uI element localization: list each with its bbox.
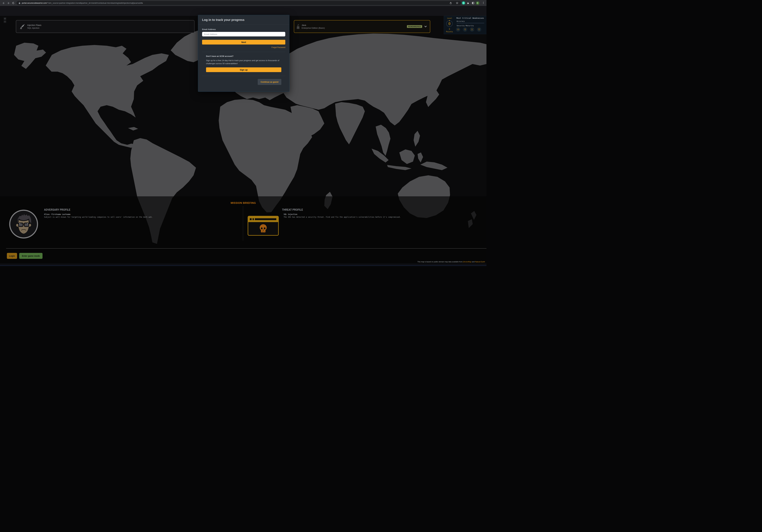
page-header-band xyxy=(0,6,487,16)
footer-strip-accent xyxy=(0,265,487,266)
level-ring: 0 xyxy=(446,20,453,27)
landmass-java xyxy=(387,165,412,170)
browser-menu-button[interactable] xyxy=(482,1,485,5)
level-value: 0 xyxy=(448,22,450,26)
adversary-avatar xyxy=(9,209,38,240)
maturity-badges xyxy=(456,27,481,32)
mission-briefing-title: MISSION BRIEFING xyxy=(0,201,487,204)
profile-avatar: C xyxy=(476,1,479,5)
category-title: Injection Flaws xyxy=(27,24,41,27)
threat-icon xyxy=(248,216,279,236)
trophy-icon xyxy=(477,27,481,32)
modal-title: Log in to track your progress xyxy=(198,15,289,25)
adversary-heading: ADVERSARY PROFILE xyxy=(44,208,70,211)
remembered-badge: REMEMBERED xyxy=(407,25,422,28)
level-label: Level xyxy=(447,17,452,19)
next-button[interactable]: Next xyxy=(202,40,285,44)
adversary-alias: Alias: Firstname Lastname xyxy=(44,213,70,215)
syringe-icon xyxy=(20,24,25,29)
star-icon xyxy=(456,2,458,4)
lightbulb-icon xyxy=(463,27,467,32)
browser-back-button[interactable] xyxy=(2,1,6,5)
points-value: 0 xyxy=(444,28,455,30)
map-attribution: This map is based on public domain map d… xyxy=(418,261,485,263)
grammarly-icon: G xyxy=(462,1,465,5)
enter-game-mode-button[interactable]: Enter game mode xyxy=(19,253,42,259)
points-label: Points xyxy=(444,31,455,33)
browser-profile-button[interactable]: C xyxy=(476,1,479,5)
landmass-north-america xyxy=(46,45,169,148)
browser-toolbar: portal.securecodewarrior.com/?utm_source… xyxy=(0,0,487,6)
category-panel[interactable]: Injection Flaws SQL injection xyxy=(16,20,194,33)
graduation-cap-icon xyxy=(456,27,460,32)
share-button[interactable] xyxy=(449,1,452,5)
landmass-alaska xyxy=(14,43,46,69)
sign-up-button[interactable]: Sign up xyxy=(206,67,281,72)
continue-as-guest-button[interactable]: Continue as guest xyxy=(258,79,281,85)
landmass-papua xyxy=(420,162,447,170)
map-zoom-out-button[interactable]: − xyxy=(4,21,6,23)
share-icon xyxy=(450,2,452,4)
footer-divider xyxy=(6,248,487,249)
browser-forward-button[interactable] xyxy=(6,1,10,5)
footer-strip xyxy=(0,264,487,265)
puzzle-icon xyxy=(467,2,469,4)
forgot-password-link[interactable]: Forgot Password xyxy=(202,46,285,48)
landmass-india xyxy=(335,102,365,144)
threat-heading: THREAT PROFILE xyxy=(282,208,303,211)
reload-icon xyxy=(12,2,15,4)
jvectormap-link[interactable]: jVectorMap xyxy=(463,261,471,263)
natural-earth-link[interactable]: Natural Earth xyxy=(475,261,485,263)
browser-reload-button[interactable] xyxy=(11,1,15,5)
category-subtitle: SQL injection xyxy=(27,27,41,30)
landmass-philippines xyxy=(414,131,420,147)
adversary-description: Subject is well-known for targeting worl… xyxy=(44,216,153,218)
tools-icon xyxy=(470,27,474,32)
login-modal: Log in to track your progress Email Addr… xyxy=(198,15,289,92)
url-host: portal.securecodewarrior.com xyxy=(22,2,47,4)
url-path: /?utm_source=partner-integration:mend&pa… xyxy=(47,2,143,4)
login-button[interactable]: Login xyxy=(7,253,17,259)
side-panel-button[interactable] xyxy=(471,1,475,5)
language-title: Java xyxy=(302,24,325,27)
threat-description: The IDS has detected a security threat. … xyxy=(284,216,401,218)
java-icon xyxy=(296,24,300,29)
language-subtitle: Enterprise Edition (Basic) xyxy=(302,27,325,30)
lock-icon xyxy=(19,2,21,4)
landmass-borneo xyxy=(399,149,415,164)
email-label: Email Address xyxy=(202,28,285,31)
chevron-down-icon xyxy=(424,26,427,28)
email-field[interactable] xyxy=(202,32,285,37)
extensions-button[interactable] xyxy=(466,1,470,5)
map-zoom-in-button[interactable]: + xyxy=(4,17,6,20)
landmass-sulawesi xyxy=(418,152,423,163)
forward-arrow-icon xyxy=(7,2,10,4)
bookmark-button[interactable] xyxy=(455,1,459,5)
back-arrow-icon xyxy=(2,2,5,4)
side-panel-icon xyxy=(472,2,474,4)
stats-panel: Level 0 0 Points Most Critical Weaknesse… xyxy=(444,16,487,34)
signup-text: Sign up for a free 14-day trial to track… xyxy=(206,59,281,65)
accuracy-label: Accuracy xyxy=(457,20,465,22)
url-bar[interactable]: portal.securecodewarrior.com/?utm_source… xyxy=(17,1,461,5)
briefing-overlay xyxy=(0,196,487,266)
threat-name: SQL injection xyxy=(284,213,297,215)
accuracy-progress-bar xyxy=(457,23,484,24)
grammarly-extension-button[interactable]: G xyxy=(462,1,465,5)
language-selector-panel[interactable]: Java Enterprise Edition (Basic) REMEMBER… xyxy=(294,20,430,33)
no-account-text: Don't have an SCW account? xyxy=(206,55,281,57)
scw-portal-page: portal.securecodewarrior.com/?utm_source… xyxy=(0,0,487,266)
attribution-text: This map is based on public domain map d… xyxy=(418,261,463,263)
landmass-caribbean xyxy=(128,127,138,130)
weaknesses-title: Most Critical Weaknesses xyxy=(456,17,484,19)
landmass-japan xyxy=(426,88,439,107)
maturity-label: Security Maturity xyxy=(457,25,474,27)
